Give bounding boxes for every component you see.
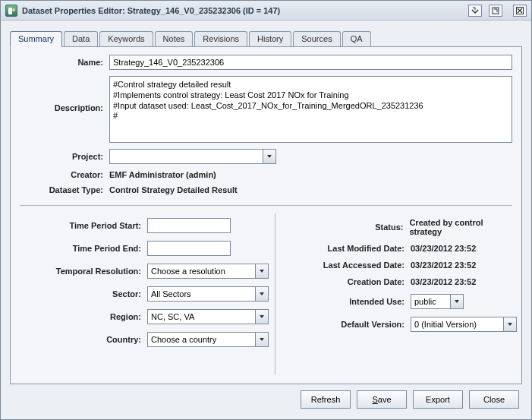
tab-content-summary: Name: Description: #Control strategy det…	[10, 46, 522, 384]
sector-combo[interactable]	[147, 286, 269, 302]
sector-input[interactable]	[147, 286, 269, 302]
label-time-start: Time Period Start:	[20, 221, 141, 230]
chevron-down-icon[interactable]	[450, 294, 464, 309]
tab-keywords[interactable]: Keywords	[99, 31, 153, 47]
export-button[interactable]: Export	[413, 390, 463, 409]
creation-date-value: 03/23/2012 23:52	[411, 277, 476, 286]
tab-qa[interactable]: QA	[342, 31, 371, 47]
tab-history[interactable]: History	[249, 31, 291, 47]
chevron-down-icon[interactable]	[255, 286, 269, 302]
label-sector: Sector:	[20, 289, 141, 298]
app-icon	[5, 5, 17, 17]
titlebar: Dataset Properties Editor: Strategy_146_…	[1, 1, 531, 21]
tab-sources[interactable]: Sources	[293, 31, 340, 47]
label-creator: Creator:	[20, 170, 103, 179]
close-window-button[interactable]	[513, 5, 527, 17]
label-last-modified: Last Modified Date:	[285, 244, 405, 253]
project-combo-input[interactable]	[109, 149, 276, 164]
separator	[20, 205, 512, 206]
default-version-input[interactable]	[411, 317, 517, 332]
project-combo[interactable]	[109, 149, 276, 164]
region-input[interactable]	[147, 309, 269, 324]
label-dataset-type: Dataset Type:	[20, 185, 103, 194]
save-button[interactable]: Save	[357, 390, 407, 409]
label-default-version: Default Version:	[285, 320, 405, 329]
window-frame: Dataset Properties Editor: Strategy_146_…	[0, 0, 532, 420]
intended-use-combo[interactable]	[411, 294, 464, 309]
last-modified-value: 03/23/2012 23:52	[411, 244, 476, 253]
last-accessed-value: 03/23/2012 23:52	[411, 261, 476, 270]
tab-strip: Summary Data Keywords Notes Revisions Hi…	[10, 31, 522, 47]
temporal-res-input[interactable]	[147, 264, 269, 279]
svg-rect-0	[493, 8, 499, 14]
time-start-input[interactable]	[147, 218, 231, 233]
region-combo[interactable]	[147, 309, 269, 324]
chevron-down-icon[interactable]	[255, 332, 269, 347]
label-status: Status:	[285, 223, 403, 232]
creator-value: EMF Administrator (admin)	[109, 170, 216, 179]
minimize-internal-button[interactable]	[468, 5, 482, 17]
refresh-button[interactable]: Refresh	[301, 390, 351, 409]
tab-summary[interactable]: Summary	[10, 31, 62, 47]
chevron-down-icon[interactable]	[503, 317, 517, 332]
time-end-input[interactable]	[147, 241, 231, 256]
window-title: Dataset Properties Editor: Strategy_146_…	[22, 6, 280, 15]
tab-revisions[interactable]: Revisions	[194, 31, 247, 47]
name-input[interactable]	[109, 55, 512, 70]
label-description: Description:	[20, 76, 103, 112]
chevron-down-icon[interactable]	[255, 264, 269, 279]
label-creation-date: Creation Date:	[285, 277, 405, 286]
country-input[interactable]	[147, 332, 269, 347]
maximize-internal-button[interactable]	[489, 5, 502, 17]
label-name: Name:	[20, 58, 103, 67]
close-button[interactable]: Close	[469, 390, 519, 409]
temporal-res-combo[interactable]	[147, 264, 269, 279]
label-time-end: Time Period End:	[20, 244, 141, 253]
label-country: Country:	[20, 335, 141, 344]
tab-notes[interactable]: Notes	[155, 31, 194, 47]
chevron-down-icon[interactable]	[255, 309, 269, 324]
chevron-down-icon[interactable]	[263, 149, 276, 164]
dataset-type-value: Control Strategy Detailed Result	[109, 185, 238, 194]
label-region: Region:	[20, 312, 141, 321]
label-intended-use: Intended Use:	[285, 297, 405, 306]
label-temporal-res: Temporal Resolution:	[20, 267, 141, 276]
tab-data[interactable]: Data	[64, 31, 98, 47]
country-combo[interactable]	[147, 332, 269, 347]
button-bar: Refresh Save Export Close	[10, 384, 522, 413]
status-value: Created by control strategy	[409, 218, 517, 236]
default-version-combo[interactable]	[411, 317, 517, 332]
description-textarea[interactable]: #Control strategy detailed result #Imple…	[109, 76, 512, 143]
label-project: Project:	[20, 152, 103, 161]
label-last-accessed: Last Accessed Date:	[285, 261, 405, 270]
